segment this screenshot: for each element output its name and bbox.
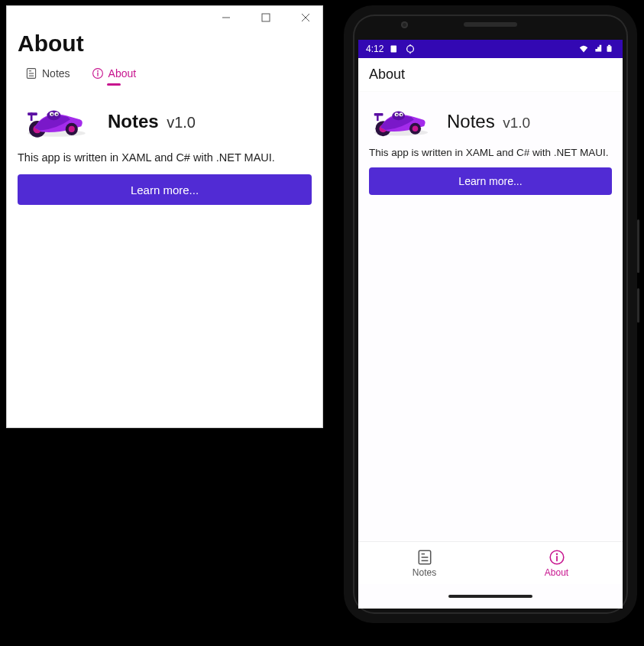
tab-notes-label: Notes	[413, 567, 436, 578]
sync-icon	[405, 44, 416, 54]
page-body: Notes v1.0 This app is written in XAML a…	[358, 92, 623, 541]
windows-window: About Notes About Notes v1.0 This app is…	[6, 5, 323, 428]
tab-notes-label: Notes	[42, 67, 70, 80]
close-button[interactable]	[290, 6, 321, 29]
minimize-button[interactable]	[211, 6, 241, 29]
app-name: Notes	[108, 111, 159, 131]
phone-volume-button	[637, 219, 639, 273]
description-text: This app is written in XAML and C# with …	[369, 147, 612, 158]
top-tabs: Notes About	[7, 61, 322, 89]
bottom-tabs: Notes About	[358, 541, 623, 584]
maximize-button[interactable]	[251, 6, 281, 29]
app-bar: About	[358, 58, 623, 92]
hero-row: Notes v1.0	[18, 98, 312, 151]
racecar-icon	[369, 104, 433, 139]
learn-more-button[interactable]: Learn more...	[369, 167, 612, 195]
phone-power-button	[637, 288, 639, 323]
phone-camera	[401, 21, 408, 28]
page-body: Notes v1.0 This app is written in XAML a…	[7, 89, 322, 216]
battery-icon	[606, 44, 615, 54]
android-navbar	[358, 584, 623, 609]
tab-about-label: About	[545, 567, 568, 578]
info-icon	[549, 549, 565, 566]
hero-text: Notes v1.0	[447, 111, 530, 132]
tab-notes[interactable]: Notes	[25, 67, 70, 86]
notes-icon	[25, 67, 37, 80]
appbar-title: About	[369, 67, 405, 83]
wifi-icon	[578, 44, 589, 54]
hero-text: Notes v1.0	[108, 111, 196, 132]
phone-screen: 4:12	[358, 40, 623, 609]
tab-about-label: About	[108, 67, 137, 80]
tab-notes[interactable]: Notes	[358, 542, 490, 584]
cell-signal-icon	[592, 44, 603, 54]
status-bar: 4:12	[358, 40, 623, 58]
titlebar	[7, 6, 322, 29]
tab-about[interactable]: About	[92, 67, 137, 86]
hero-row: Notes v1.0	[369, 104, 612, 147]
phone-bezel: 4:12	[353, 15, 628, 614]
racecar-icon	[22, 102, 91, 141]
phone-speaker	[464, 22, 517, 27]
learn-more-button[interactable]: Learn more...	[18, 174, 312, 205]
info-icon	[92, 67, 104, 80]
tab-about[interactable]: About	[490, 542, 623, 584]
sim-icon	[390, 44, 399, 54]
app-name: Notes	[447, 111, 495, 131]
description-text: This app is written in XAML and C# with …	[18, 151, 312, 164]
app-version: v1.0	[503, 115, 530, 131]
page-title: About	[7, 29, 322, 61]
status-time: 4:12	[366, 44, 383, 54]
notes-icon	[416, 549, 433, 566]
nav-pill[interactable]	[448, 595, 532, 598]
app-version: v1.0	[167, 114, 196, 131]
android-phone-frame: 4:12	[344, 5, 637, 623]
